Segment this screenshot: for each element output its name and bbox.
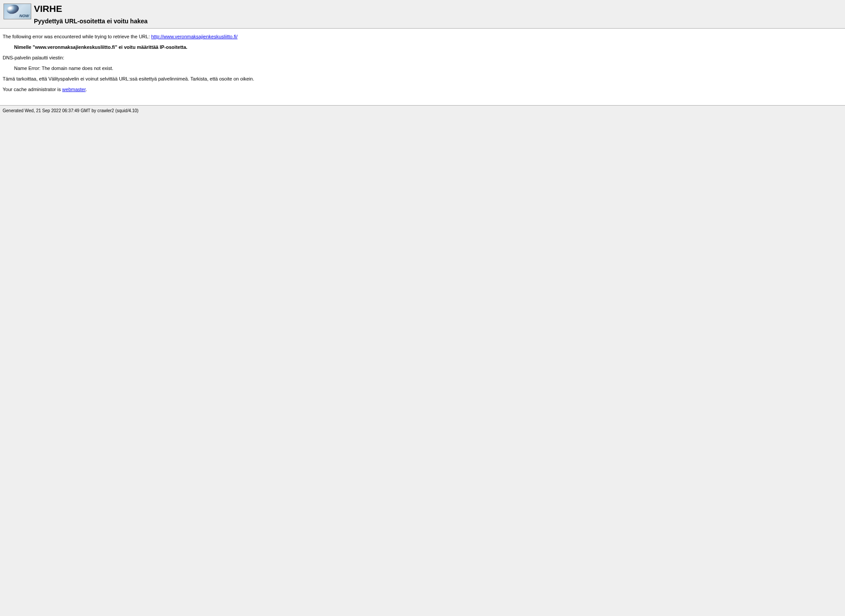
error-content: The following error was encountered whil… xyxy=(0,29,845,105)
generated-timestamp: Generated Wed, 21 Sep 2022 06:37:49 GMT … xyxy=(3,108,139,113)
intro-paragraph: The following error was encountered whil… xyxy=(3,34,842,39)
error-detail-bold: Nimelle "www.veronmaksajienkeskusliitto.… xyxy=(14,44,842,50)
dns-label: DNS-palvelin palautti viestin: xyxy=(3,55,842,60)
failed-url-link[interactable]: http://www.veronmaksajienkeskusliitto.fi… xyxy=(151,34,238,39)
error-subtitle: Pyydettyä URL-osoitetta ei voitu hakea xyxy=(34,18,147,25)
intro-text: The following error was encountered whil… xyxy=(3,34,151,39)
admin-paragraph: Your cache administrator is webmaster. xyxy=(3,87,842,92)
admin-suffix: . xyxy=(86,87,87,92)
header-text-block: VIRHE Pyydettyä URL-osoitetta ei voitu h… xyxy=(34,4,147,25)
error-header: NOW VIRHE Pyydettyä URL-osoitetta ei voi… xyxy=(0,0,845,28)
webmaster-link[interactable]: webmaster xyxy=(62,87,85,92)
squid-logo-icon: NOW xyxy=(4,4,31,19)
swirl-graphic-icon xyxy=(6,4,20,15)
explanation-text: Tämä tarkoittaa, että Välityspalvelin ei… xyxy=(3,76,842,81)
dns-error-message: Name Error: The domain name does not exi… xyxy=(14,66,842,71)
footer: Generated Wed, 21 Sep 2022 06:37:49 GMT … xyxy=(0,106,845,116)
admin-prefix: Your cache administrator is xyxy=(3,87,62,92)
icon-caption: NOW xyxy=(19,14,29,18)
error-title: VIRHE xyxy=(34,4,147,14)
